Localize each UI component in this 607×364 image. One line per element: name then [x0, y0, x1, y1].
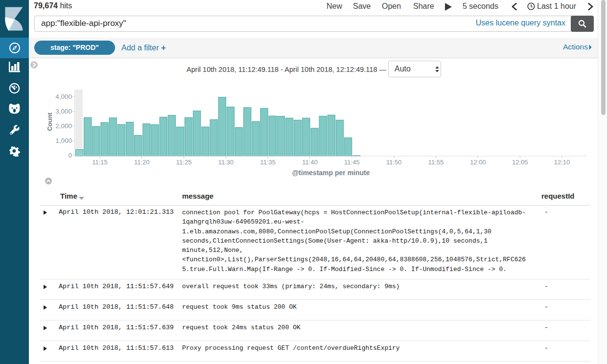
svg-text:3,000: 3,000: [55, 108, 72, 115]
svg-text:11:25: 11:25: [176, 159, 192, 166]
svg-text:1,000: 1,000: [55, 137, 72, 144]
svg-text:Count: Count: [46, 113, 53, 131]
svg-text:11:30: 11:30: [218, 159, 234, 166]
svg-text:0: 0: [68, 152, 72, 159]
svg-text:2,000: 2,000: [55, 122, 72, 130]
svg-text:11:15: 11:15: [92, 159, 108, 166]
svg-text:12:05: 12:05: [512, 159, 528, 166]
svg-text:12:10: 12:10: [554, 159, 570, 166]
svg-text:@timestamp per minute: @timestamp per minute: [292, 169, 370, 177]
svg-text:11:35: 11:35: [260, 159, 276, 166]
svg-text:11:55: 11:55: [428, 159, 444, 166]
svg-text:11:40: 11:40: [302, 159, 318, 166]
svg-text:11:50: 11:50: [386, 159, 402, 166]
svg-text:12:00: 12:00: [470, 159, 486, 166]
svg-text:11:20: 11:20: [134, 159, 150, 166]
svg-text:11:45: 11:45: [344, 159, 360, 166]
svg-text:4,000: 4,000: [55, 93, 72, 100]
